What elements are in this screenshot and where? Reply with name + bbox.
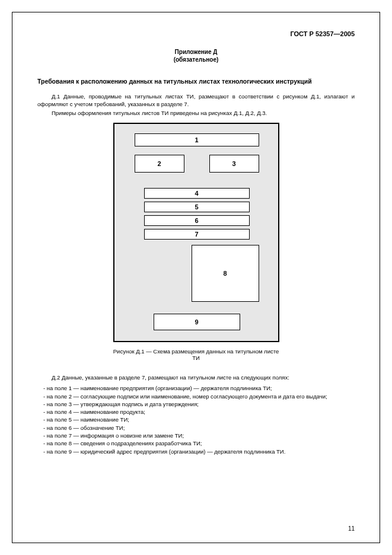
figure-d1: 1 2 3 4 5 6 7 8 9 bbox=[113, 123, 279, 342]
d2-list: - на поле 1 — наименование предприятия (… bbox=[37, 384, 355, 455]
list-item: - на поле 9 — юридический адрес предприя… bbox=[37, 448, 355, 455]
figure-caption: Рисунок Д.1 — Схема размещения данных на… bbox=[113, 348, 279, 361]
figure-box-7: 7 bbox=[144, 229, 250, 240]
figure-box-6: 6 bbox=[144, 215, 250, 226]
figure-box-9: 9 bbox=[154, 314, 240, 330]
appendix-line-2: (обязательное) bbox=[37, 56, 355, 63]
figure-box-8: 8 bbox=[192, 245, 259, 302]
figure-box-2: 2 bbox=[135, 155, 184, 173]
list-item: - на поле 2 — согласующие подписи или на… bbox=[37, 393, 355, 400]
list-item: - на поле 6 — обозначение ТИ; bbox=[37, 424, 355, 432]
section-title: Требования к расположению данных на титу… bbox=[37, 78, 355, 85]
list-item: - на поле 3 — утверждающая подпись и дат… bbox=[37, 400, 355, 408]
figure-box-4: 4 bbox=[144, 188, 250, 199]
list-item: - на поле 1 — наименование предприятия (… bbox=[37, 384, 355, 392]
document-code: ГОСТ Р 52357—2005 bbox=[37, 30, 355, 37]
figure-box-5: 5 bbox=[144, 202, 250, 212]
list-item: - на поле 8 — сведения о подразделениях … bbox=[37, 439, 355, 447]
page-number: 11 bbox=[348, 525, 355, 532]
document-page: ГОСТ Р 52357—2005 Приложение Д (обязател… bbox=[12, 12, 380, 543]
paragraph-d1-b: Примеры оформления титульных листов ТИ п… bbox=[37, 110, 355, 117]
list-item: - на поле 7 — информация о новизне или з… bbox=[37, 432, 355, 439]
list-item: - на поле 5 — наименование ТИ; bbox=[37, 416, 355, 423]
list-item: - на поле 4 — наименование продукта; bbox=[37, 408, 355, 416]
figure-wrap: 1 2 3 4 5 6 7 8 9 Рисунок Д.1 — Схема ра… bbox=[113, 123, 279, 361]
appendix-line-1: Приложение Д bbox=[37, 48, 355, 56]
figure-box-3: 3 bbox=[209, 155, 259, 173]
paragraph-d2-intro: Д.2 Данные, указанные в разделе 7, разме… bbox=[37, 374, 355, 382]
paragraph-d1-a: Д.1 Данные, проводимые на титульных лист… bbox=[37, 93, 355, 109]
figure-box-1: 1 bbox=[135, 133, 259, 146]
appendix-header: Приложение Д (обязательное) bbox=[37, 48, 355, 63]
